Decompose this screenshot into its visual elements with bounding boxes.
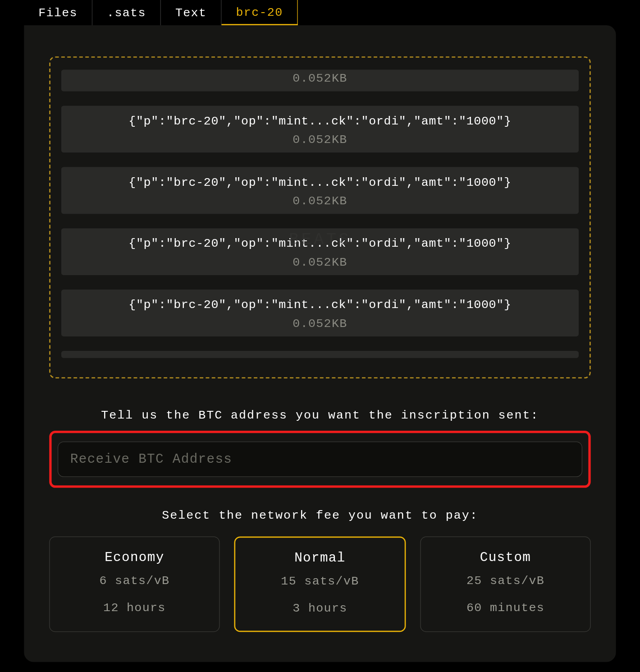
tab-label: Files [38, 6, 78, 20]
fee-option-economy[interactable]: Economy6 sats/vB12 hours [49, 536, 219, 632]
list-item[interactable]: {"p":"brc-20","op":"mint...ck":"ordi","a… [61, 290, 579, 336]
item-json-text: {"p":"brc-20","op":"mint...ck":"ordi","a… [67, 175, 573, 189]
address-highlight-box [49, 431, 590, 488]
list-item[interactable]: {"p":"brc-20","op":"mint...ck":"ordi","a… [61, 106, 579, 152]
item-json-text: {"p":"brc-20","op":"mint...ck":"ordi","a… [67, 237, 573, 251]
inscription-list-box: 0.052KB {"p":"brc-20","op":"mint...ck":"… [49, 56, 590, 378]
fee-options-row: Economy6 sats/vB12 hoursNormal15 sats/vB… [49, 536, 590, 632]
main-panel: 0.052KB {"p":"brc-20","op":"mint...ck":"… [24, 25, 616, 662]
item-size: 0.052KB [67, 133, 573, 147]
fee-option-time: 60 minutes [427, 601, 584, 615]
fee-option-name: Custom [427, 550, 584, 565]
fee-option-time: 3 hours [241, 601, 398, 615]
list-item-partial-top: 0.052KB [61, 70, 579, 92]
fee-prompt: Select the network fee you want to pay: [49, 508, 590, 522]
tab-brc20[interactable]: brc-20 [222, 0, 298, 25]
item-size: 0.052KB [293, 72, 347, 86]
tab-files[interactable]: Files [24, 0, 92, 25]
fee-option-name: Normal [241, 551, 398, 566]
fee-option-rate: 6 sats/vB [56, 574, 213, 588]
tabs: Files.satsTextbrc-20 [0, 0, 640, 25]
tab-label: .sats [107, 6, 146, 20]
fee-option-rate: 15 sats/vB [241, 574, 398, 588]
tab-text[interactable]: Text [161, 0, 222, 25]
tab-sats[interactable]: .sats [92, 0, 161, 25]
fee-option-rate: 25 sats/vB [427, 574, 584, 588]
fee-option-normal[interactable]: Normal15 sats/vB3 hours [234, 536, 406, 632]
tab-label: brc-20 [236, 5, 283, 19]
item-size: 0.052KB [67, 317, 573, 331]
tab-label: Text [175, 6, 206, 20]
address-prompt: Tell us the BTC address you want the ins… [49, 409, 590, 423]
item-size: 0.052KB [67, 255, 573, 269]
item-size: 0.052KB [67, 194, 573, 208]
fee-option-time: 12 hours [56, 601, 213, 615]
list-item[interactable]: {"p":"brc-20","op":"mint...ck":"ordi","a… [61, 167, 579, 214]
fee-option-name: Economy [56, 550, 213, 565]
item-json-text: {"p":"brc-20","op":"mint...ck":"ordi","a… [67, 298, 573, 312]
fee-option-custom[interactable]: Custom25 sats/vB60 minutes [420, 536, 590, 632]
btc-address-input[interactable] [58, 442, 582, 477]
list-item-partial-bottom [61, 351, 579, 358]
item-json-text: {"p":"brc-20","op":"mint...ck":"ordi","a… [67, 114, 573, 128]
list-item[interactable]: {"p":"brc-20","op":"mint...ck":"ordi","a… [61, 228, 579, 275]
